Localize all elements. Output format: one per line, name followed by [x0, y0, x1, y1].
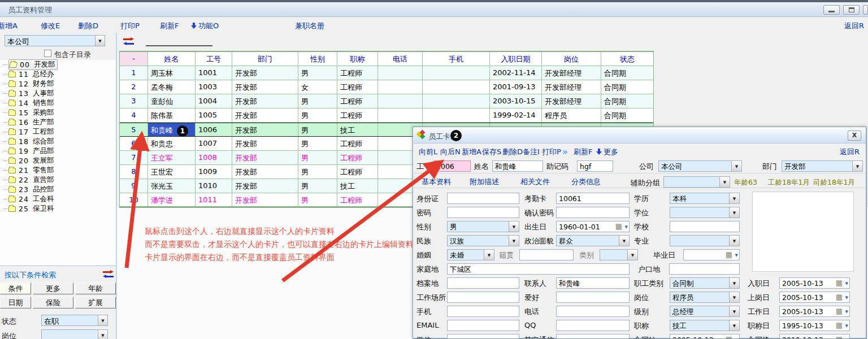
title-date-field[interactable]: 1995-10-13 [779, 320, 850, 331]
tree-item-13[interactable]: 13人事部 [0, 89, 116, 98]
contract-end-field[interactable]: 2010-10-13 [779, 334, 850, 339]
tree-item-21[interactable]: 21零售部 [0, 166, 116, 175]
card-close-button[interactable]: X [848, 131, 861, 141]
archive-field[interactable] [447, 277, 519, 289]
menu-part-time-roster[interactable]: 兼职名册 [295, 21, 324, 31]
hire-date-field[interactable]: 2005-10-13 [779, 277, 850, 289]
email-field[interactable] [447, 320, 519, 331]
birth-date-field[interactable]: 1960-01-01 [556, 221, 630, 232]
password-field[interactable] [447, 207, 519, 218]
quick-search-underline-input[interactable] [146, 45, 212, 46]
company-select[interactable]: 本公司 [658, 160, 742, 172]
home-field[interactable]: 下城区 [447, 263, 630, 275]
table-row[interactable]: 1周玉林1001开发部男工程师2002-11-14开发部经理合同期 [120, 66, 653, 80]
menu-print[interactable]: 打印P [120, 21, 140, 31]
phone-field[interactable] [556, 306, 630, 317]
tree-item-14[interactable]: 14销售部 [0, 98, 116, 108]
filter-condition-button[interactable]: 条件 [0, 282, 31, 294]
tree-item-00[interactable]: 00 开发部 [0, 60, 116, 69]
tree-item-17[interactable]: 17工程部 [0, 127, 116, 137]
table-row[interactable]: 4陈伟基1005开发部男工程师1999-02-14程序员合同期 [120, 108, 653, 123]
filter-expand-button[interactable]: 扩展 [75, 297, 116, 308]
tree-item-19[interactable]: 19产品部 [0, 146, 116, 156]
table-header-row[interactable]: - 姓名 工号 部门 性别 职称 电话 手机 入职日期 岗位 状态 [120, 52, 653, 66]
card-add-button[interactable]: 新增A [462, 147, 481, 157]
card-note-button[interactable]: 备注I [523, 147, 540, 157]
card-prev-button[interactable]: 向前L [419, 147, 437, 157]
education-select[interactable]: 本科 [670, 193, 740, 204]
school-field[interactable] [670, 221, 740, 232]
tree-item-23[interactable]: 23品控部 [0, 185, 116, 194]
politics-select[interactable]: 群众 [556, 235, 630, 246]
ethnic-select[interactable]: 汉族 [447, 235, 519, 246]
onduty-date-field[interactable]: 2005-10-13 [779, 292, 850, 303]
emp-type-select[interactable]: 合同制 [670, 277, 740, 289]
major-select[interactable] [670, 235, 740, 246]
filter-age-button[interactable]: 年龄 [75, 282, 116, 294]
tab-basic[interactable]: 基本资料 [422, 177, 451, 187]
wechat-field[interactable] [447, 334, 519, 339]
level-select[interactable]: 总经理 [670, 306, 740, 317]
card-delete-button[interactable]: 删除D [502, 147, 523, 157]
tab-extra[interactable]: 附加描述 [470, 177, 499, 187]
mobile-field[interactable] [447, 306, 519, 317]
category-select[interactable] [600, 249, 638, 260]
menu-refresh[interactable]: 刷新F [160, 21, 179, 31]
restore-button[interactable] [843, 5, 860, 15]
mnemonic-field[interactable]: hgf [577, 160, 613, 172]
workday-date-field[interactable]: 2005-10-13 [779, 306, 850, 317]
table-row[interactable]: 2孟冬梅1003开发部女工程师2001-09-13开发部经理合同期 [120, 80, 653, 94]
card-refresh-button[interactable]: 刷新F [574, 147, 592, 157]
swap-icon[interactable] [103, 270, 114, 277]
contact-field[interactable]: 和贵峰 [556, 277, 630, 289]
menu-func[interactable]: 功能O [191, 21, 219, 31]
id-card-field[interactable] [447, 193, 519, 204]
contract-start-field[interactable]: 2005-10-13 [670, 334, 740, 339]
job-title-select[interactable]: 技工 [670, 320, 740, 331]
tree-item-20[interactable]: 20发展部 [0, 156, 116, 166]
emp-name-field[interactable]: 和贵峰 [492, 160, 543, 172]
table-row[interactable]: 3童彭仙1004开发部男工程师2003-10-15开发部经理合同期 [120, 94, 653, 108]
card-save-button[interactable]: 保存S [482, 147, 501, 157]
household-field[interactable] [669, 263, 740, 275]
menu-add[interactable]: 新增A [0, 21, 18, 31]
filter-insurance-button[interactable]: 保险 [33, 297, 73, 308]
tree-item-15[interactable]: 15采购部 [0, 108, 116, 118]
hobby-field[interactable] [556, 292, 630, 303]
other-contact-field[interactable] [556, 334, 630, 339]
close-button[interactable] [863, 5, 868, 15]
card-next-button[interactable]: 向后N [440, 147, 461, 157]
origin-field[interactable] [519, 249, 574, 260]
graduation-date-field[interactable] [683, 249, 740, 260]
menu-back[interactable]: 返回R [844, 21, 864, 31]
swap-columns-icon[interactable] [123, 37, 134, 45]
filter-more-button[interactable]: 更多 [33, 282, 73, 294]
qq-field[interactable] [556, 320, 630, 331]
minimize-button[interactable] [823, 5, 840, 15]
include-sub-checkbox[interactable] [44, 50, 51, 57]
attendance-field[interactable]: 10061 [556, 193, 630, 204]
tree-item-22[interactable]: 22直营部 [0, 175, 116, 185]
tree-item-24[interactable]: 24工会科 [0, 194, 116, 204]
tab-files[interactable]: 相关文件 [520, 177, 550, 187]
degree-select[interactable] [670, 207, 740, 218]
confirm-password-field[interactable] [556, 207, 630, 218]
gender-select[interactable]: 男 [447, 221, 519, 232]
card-print-button[interactable]: 打印P [542, 147, 561, 157]
tree-item-18[interactable]: 18综合部 [0, 137, 116, 146]
post-filter-select[interactable] [41, 329, 108, 339]
card-more-button[interactable]: 更多 [596, 147, 618, 157]
company-select[interactable]: 本公司 [5, 35, 105, 46]
filter-date-button[interactable]: 日期 [0, 297, 31, 308]
marriage-select[interactable]: 未婚 [447, 249, 494, 260]
tab-category[interactable]: 分类信息 [571, 177, 601, 187]
menu-delete[interactable]: 删除D [78, 21, 98, 31]
menu-modify[interactable]: 修改E [41, 21, 60, 31]
aux-group-select[interactable] [663, 176, 730, 188]
tree-item-11[interactable]: 11总经办 [0, 69, 116, 79]
post-select[interactable]: 程序员 [670, 292, 740, 303]
workplace-field[interactable] [447, 292, 519, 303]
card-back-button[interactable]: 返回R [840, 147, 860, 157]
tree-item-16[interactable]: 16生产部 [0, 118, 116, 127]
status-filter-select[interactable]: 在职 [41, 315, 108, 326]
